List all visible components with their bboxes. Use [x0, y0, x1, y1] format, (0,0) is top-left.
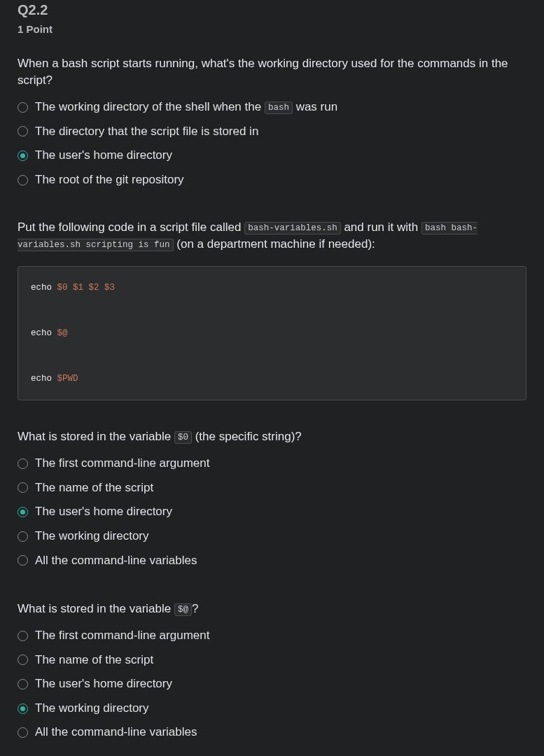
q3-option-0[interactable]: The first command-line argument	[18, 624, 526, 648]
code-cmd-1: echo	[31, 283, 57, 293]
q3-option-4[interactable]: All the command-line variables	[18, 720, 526, 745]
q2-option-4[interactable]: All the command-line variables	[18, 549, 526, 573]
option-label: All the command-line variables	[35, 552, 197, 570]
radio-icon[interactable]	[18, 727, 28, 738]
instructions: Put the following code in a script file …	[18, 219, 526, 253]
radio-icon[interactable]	[18, 102, 28, 113]
question-points: 1 Point	[18, 22, 526, 37]
radio-icon[interactable]	[18, 704, 28, 714]
question-number: Q2.2	[18, 0, 526, 20]
code-block: echo $0 $1 $2 $3 echo $@ echo $PWD	[18, 266, 526, 401]
q2-options: The first command-line argumentThe name …	[18, 451, 526, 573]
code-cmd-2: echo	[31, 328, 57, 338]
code-var-3: $PWD	[57, 374, 78, 384]
option-label: The user's home directory	[35, 503, 172, 521]
option-label: The name of the script	[35, 479, 153, 497]
radio-icon[interactable]	[18, 507, 28, 517]
q1-option-0[interactable]: The working directory of the shell when …	[18, 95, 526, 120]
option-label: The working directory	[35, 700, 149, 718]
q1-option-2[interactable]: The user's home directory	[18, 144, 526, 168]
q1-option-1[interactable]: The directory that the script file is st…	[18, 120, 526, 144]
q2-option-3[interactable]: The working directory	[18, 524, 526, 549]
q3-option-2[interactable]: The user's home directory	[18, 672, 526, 696]
q1-options: The working directory of the shell when …	[18, 95, 526, 192]
q1-option-3[interactable]: The root of the git repository	[18, 168, 526, 192]
q1-prompt: When a bash script starts running, what'…	[18, 55, 526, 90]
option-label: The working directory	[35, 528, 149, 545]
radio-icon[interactable]	[18, 631, 28, 641]
code-var-1: $0 $1 $2 $3	[57, 283, 116, 293]
q2-option-2[interactable]: The user's home directory	[18, 500, 526, 524]
radio-icon[interactable]	[18, 150, 28, 161]
option-label: The working directory of the shell when …	[35, 99, 337, 116]
q2-prompt-code: $0	[174, 431, 192, 444]
instr-text-1: Put the following code in a script file …	[18, 220, 244, 234]
option-label-code: bash	[265, 102, 293, 114]
q2-prompt: What is stored in the variable $0 (the s…	[18, 428, 526, 446]
q3-prompt-post: ?	[192, 602, 198, 615]
q2-prompt-pre: What is stored in the variable	[18, 430, 174, 443]
instr-text-2: and run it with	[341, 220, 421, 234]
radio-icon[interactable]	[18, 654, 28, 665]
option-label: The user's home directory	[35, 147, 172, 164]
q3-options: The first command-line argumentThe name …	[18, 624, 526, 745]
code-cmd-3: echo	[31, 374, 57, 384]
code-var-2: $@	[57, 328, 68, 338]
radio-icon[interactable]	[18, 679, 28, 690]
option-label: The first command-line argument	[35, 455, 209, 472]
q2-option-1[interactable]: The name of the script	[18, 476, 526, 500]
option-label: The directory that the script file is st…	[35, 123, 258, 141]
q2-prompt-post: (the specific string)?	[192, 430, 302, 443]
option-label: The first command-line argument	[35, 627, 209, 645]
instr-code-1: bash-variables.sh	[244, 222, 341, 234]
q3-prompt-code: $@	[174, 603, 192, 616]
radio-icon[interactable]	[18, 126, 28, 136]
q3-option-1[interactable]: The name of the script	[18, 648, 526, 673]
question-header: Q2.2 1 Point	[18, 0, 526, 37]
q2-option-0[interactable]: The first command-line argument	[18, 451, 526, 476]
q3-prompt: What is stored in the variable $@?	[18, 601, 526, 618]
option-label-post: was run	[293, 100, 337, 113]
option-label: The name of the script	[35, 652, 153, 669]
option-label: All the command-line variables	[35, 724, 197, 741]
option-label-pre: The working directory of the shell when …	[35, 100, 265, 113]
radio-icon[interactable]	[18, 531, 28, 542]
radio-icon[interactable]	[18, 555, 28, 566]
radio-icon[interactable]	[18, 482, 28, 493]
radio-icon[interactable]	[18, 175, 28, 186]
radio-icon[interactable]	[18, 458, 28, 469]
q1-prompt-text: When a bash script starts running, what'…	[18, 57, 508, 88]
instr-text-3: (on a department machine if needed):	[174, 237, 375, 251]
option-label: The root of the git repository	[35, 172, 184, 189]
option-label: The user's home directory	[35, 676, 172, 693]
q3-prompt-pre: What is stored in the variable	[18, 602, 174, 615]
q3-option-3[interactable]: The working directory	[18, 696, 526, 721]
